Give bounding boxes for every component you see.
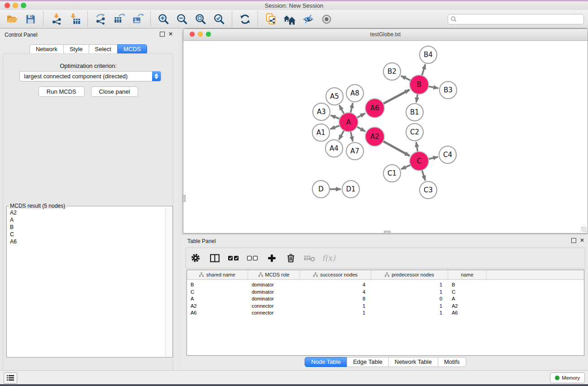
mcds-result-item[interactable]: A6 bbox=[10, 238, 165, 245]
cell-shared-name[interactable]: C bbox=[187, 289, 248, 296]
table-tab-node-table[interactable]: Node Table bbox=[305, 357, 347, 367]
open-session-button[interactable] bbox=[3, 10, 21, 28]
cell-mcds-role[interactable]: connector bbox=[248, 303, 300, 310]
table-tab-motifs[interactable]: Motifs bbox=[438, 357, 466, 367]
save-session-button[interactable] bbox=[21, 10, 40, 28]
network-window-title-bar[interactable]: testGlobe.txt bbox=[183, 29, 588, 41]
graph-node-A7[interactable]: A7 bbox=[346, 143, 363, 160]
cell-mcds-role[interactable]: connector bbox=[248, 310, 300, 317]
tab-network[interactable]: Network bbox=[29, 44, 64, 54]
graph-edge-C-C3[interactable] bbox=[422, 169, 425, 181]
cell-predecessor-nodes[interactable]: 1 bbox=[371, 289, 448, 296]
graph-node-D[interactable]: D bbox=[312, 181, 330, 198]
select-all-button[interactable] bbox=[224, 249, 243, 267]
graph-node-B1[interactable]: B1 bbox=[406, 104, 423, 121]
cell-predecessor-nodes[interactable]: 1 bbox=[371, 281, 448, 289]
close-panel-icon[interactable]: ✕ bbox=[168, 31, 173, 37]
graph-edge-A6-B[interactable] bbox=[382, 90, 410, 104]
cell-successor-nodes[interactable]: 4 bbox=[300, 289, 371, 296]
cell-shared-name[interactable]: A6 bbox=[187, 310, 248, 317]
deselect-all-button[interactable] bbox=[243, 249, 262, 267]
cell-name[interactable]: B bbox=[448, 281, 487, 289]
tab-mcds[interactable]: MCDS bbox=[117, 44, 147, 54]
column-header-mcds-role[interactable]: MCDS role bbox=[248, 270, 300, 279]
cell-successor-nodes[interactable]: 1 bbox=[300, 310, 371, 317]
tab-style[interactable]: Style bbox=[63, 44, 89, 54]
cell-shared-name[interactable]: A bbox=[187, 295, 248, 303]
export-image-button[interactable] bbox=[129, 10, 147, 28]
graph-edge-A-A3[interactable] bbox=[331, 115, 341, 119]
graph-edge-B-B4[interactable] bbox=[422, 64, 425, 76]
column-header-predecessor-nodes[interactable]: predecessor nodes bbox=[371, 270, 448, 279]
cell-shared-name[interactable]: B bbox=[187, 281, 248, 289]
float-panel-icon[interactable] bbox=[160, 32, 165, 37]
memory-button[interactable]: Memory bbox=[550, 372, 585, 383]
graph-node-C3[interactable]: C3 bbox=[420, 181, 437, 199]
tab-select[interactable]: Select bbox=[89, 44, 118, 54]
cell-mcds-role[interactable]: dominator bbox=[248, 289, 300, 296]
create-column-button[interactable] bbox=[262, 249, 281, 267]
graph-edge-C-C4[interactable] bbox=[428, 157, 438, 159]
copy-network-button[interactable] bbox=[262, 10, 280, 28]
graph-node-B2[interactable]: B2 bbox=[383, 63, 401, 80]
graph-edge-A-A1[interactable] bbox=[330, 125, 341, 129]
table-tab-network-table[interactable]: Network Table bbox=[388, 357, 438, 367]
graph-edge-A-A7[interactable] bbox=[350, 131, 353, 142]
close-table-panel-icon[interactable]: ✕ bbox=[580, 238, 584, 243]
result-list-scrollbar[interactable] bbox=[165, 207, 172, 357]
export-network-button[interactable] bbox=[91, 10, 110, 28]
graph-node-B[interactable]: B bbox=[410, 75, 429, 94]
column-header-name[interactable]: name bbox=[448, 270, 487, 279]
mcds-result-item[interactable]: A bbox=[10, 216, 165, 224]
graph-edge-C-C1[interactable] bbox=[401, 165, 411, 169]
graph-edge-B-B2[interactable] bbox=[401, 76, 411, 81]
cell-shared-name[interactable]: A2 bbox=[187, 303, 248, 310]
zoom-fit-button[interactable] bbox=[191, 10, 210, 28]
graph-edge-A-A5[interactable] bbox=[339, 105, 344, 114]
graph-edge-A2-C[interactable] bbox=[382, 141, 410, 156]
zoom-out-button[interactable] bbox=[173, 10, 191, 28]
show-details-button[interactable] bbox=[317, 10, 336, 28]
network-canvas[interactable]: B4B2BB3A8A5A6A3B1AA1C2A2A4A7C4CC1C3DD1 bbox=[183, 41, 588, 233]
graph-node-A[interactable]: A bbox=[339, 113, 358, 132]
export-table-button[interactable] bbox=[110, 10, 129, 28]
cell-predecessor-nodes[interactable]: 1 bbox=[371, 303, 448, 310]
criterion-select[interactable]: largest connected component (directed) bbox=[19, 71, 161, 81]
cell-name[interactable]: A6 bbox=[448, 310, 487, 317]
graph-node-A1[interactable]: A1 bbox=[312, 124, 330, 141]
delete-columns-button[interactable] bbox=[281, 249, 300, 267]
graph-edge-B-B1[interactable] bbox=[416, 93, 418, 103]
graph-node-C2[interactable]: C2 bbox=[406, 124, 423, 141]
import-network-button[interactable] bbox=[47, 10, 66, 28]
run-mcds-button[interactable]: Run MCDS bbox=[38, 86, 85, 97]
graph-edge-A-A2[interactable] bbox=[356, 126, 365, 131]
zoom-in-button[interactable] bbox=[154, 10, 173, 28]
search-field[interactable] bbox=[448, 14, 584, 24]
mcds-result-item[interactable]: B bbox=[10, 224, 165, 231]
mcds-result-item[interactable]: A2 bbox=[10, 209, 165, 216]
table-tab-edge-table[interactable]: Edge Table bbox=[347, 357, 389, 367]
graph-edge-C-C2[interactable] bbox=[416, 142, 418, 152]
graph-node-A2[interactable]: A2 bbox=[365, 127, 384, 146]
clear-table-button[interactable] bbox=[300, 249, 319, 267]
window-edge-handle-bottom[interactable] bbox=[384, 231, 391, 234]
graph-node-A5[interactable]: A5 bbox=[326, 88, 343, 105]
cell-mcds-role[interactable]: dominator bbox=[248, 281, 300, 289]
mcds-result-item[interactable]: C bbox=[10, 231, 165, 238]
show-columns-button[interactable] bbox=[205, 249, 224, 267]
graph-edge-A-A8[interactable] bbox=[350, 103, 353, 114]
graph-node-B3[interactable]: B3 bbox=[440, 81, 457, 99]
cell-name[interactable]: C bbox=[448, 289, 487, 296]
table-settings-button[interactable] bbox=[186, 249, 205, 267]
graph-node-C1[interactable]: C1 bbox=[383, 165, 401, 182]
zoom-selected-button[interactable] bbox=[210, 10, 229, 28]
cell-name[interactable]: A bbox=[448, 295, 487, 303]
graph-node-A8[interactable]: A8 bbox=[346, 85, 363, 102]
function-builder-button[interactable]: f(x) bbox=[319, 249, 338, 267]
task-history-button[interactable] bbox=[4, 372, 17, 384]
cell-predecessor-nodes[interactable]: 1 bbox=[371, 310, 448, 317]
hide-details-button[interactable] bbox=[299, 10, 317, 28]
column-header-shared-name[interactable]: shared name bbox=[187, 270, 248, 279]
cell-successor-nodes[interactable]: 1 bbox=[300, 303, 371, 310]
refresh-button[interactable] bbox=[236, 10, 254, 28]
